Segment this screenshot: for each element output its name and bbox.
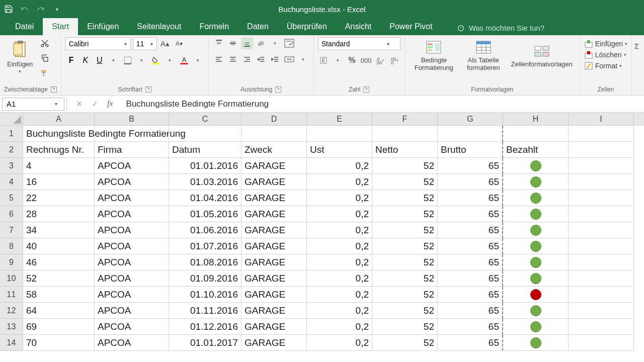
cell[interactable]: APCOA bbox=[95, 222, 169, 238]
cell[interactable]: 01.06.2016 bbox=[169, 222, 242, 238]
align-middle-icon[interactable] bbox=[227, 37, 239, 49]
number-dialog-launcher[interactable] bbox=[363, 86, 369, 93]
cell[interactable]: 0,2 bbox=[307, 254, 372, 270]
cell[interactable]: 65 bbox=[438, 238, 503, 254]
cell[interactable]: 58 bbox=[23, 287, 95, 303]
cell[interactable] bbox=[503, 158, 569, 174]
align-top-icon[interactable] bbox=[213, 37, 225, 49]
cell[interactable]: 0,2 bbox=[307, 206, 372, 222]
conditional-formatting-button[interactable]: Bedingte Formatierung bbox=[409, 37, 459, 73]
cell[interactable]: 0,2 bbox=[307, 222, 372, 238]
cell[interactable]: APCOA bbox=[95, 270, 169, 287]
bold-button[interactable]: F bbox=[65, 54, 77, 66]
accounting-icon[interactable]: € bbox=[318, 54, 330, 66]
cell[interactable]: 22 bbox=[23, 190, 95, 206]
font-name-combo[interactable]: ▾ bbox=[65, 37, 131, 50]
cut-icon[interactable] bbox=[39, 37, 51, 49]
cell[interactable]: GARAGE bbox=[242, 174, 307, 190]
cell[interactable]: 01.01.2017 bbox=[169, 335, 242, 351]
cell[interactable]: 0,2 bbox=[307, 303, 372, 319]
cell[interactable]: 40 bbox=[23, 238, 95, 254]
cell[interactable]: 65 bbox=[438, 303, 503, 319]
cell[interactable]: Rechnugs Nr. bbox=[23, 142, 95, 158]
merge-icon[interactable] bbox=[283, 53, 295, 65]
cell[interactable]: 01.12.2016 bbox=[169, 319, 242, 335]
cell[interactable]: 0,2 bbox=[307, 335, 372, 351]
comma-icon[interactable]: 000 bbox=[360, 54, 372, 66]
name-box-input[interactable] bbox=[3, 100, 51, 108]
italic-button[interactable]: K bbox=[79, 54, 92, 66]
row-header[interactable]: 6 bbox=[0, 206, 23, 222]
column-header-E[interactable]: E bbox=[307, 113, 372, 126]
cell[interactable] bbox=[503, 206, 569, 222]
row-header[interactable]: 8 bbox=[0, 238, 23, 254]
column-header-H[interactable]: H bbox=[503, 113, 569, 126]
row-header[interactable]: 3 bbox=[0, 158, 23, 174]
cell[interactable]: GARAGE bbox=[242, 222, 307, 238]
chevron-down-icon[interactable]: ▾ bbox=[147, 41, 156, 47]
orientation-icon[interactable]: ab bbox=[255, 37, 267, 49]
cell-styles-button[interactable]: Zellenformatvorlagen bbox=[508, 41, 576, 70]
accounting-dropdown[interactable]: ▾ bbox=[332, 54, 344, 66]
cell[interactable]: APCOA bbox=[95, 254, 169, 270]
font-size-combo[interactable]: ▾ bbox=[133, 37, 157, 50]
copy-icon[interactable] bbox=[39, 52, 51, 64]
cell[interactable] bbox=[569, 158, 634, 174]
align-bottom-icon[interactable] bbox=[241, 37, 253, 49]
cell[interactable]: 01.11.2016 bbox=[169, 303, 242, 319]
tab-daten[interactable]: Daten bbox=[238, 18, 278, 35]
row-header[interactable]: 14 bbox=[0, 335, 23, 351]
cell[interactable]: 01.08.2016 bbox=[169, 254, 242, 270]
cell[interactable]: Zweck bbox=[242, 142, 307, 158]
format-painter-icon[interactable] bbox=[39, 67, 51, 79]
increase-font-icon[interactable]: A▴ bbox=[159, 38, 171, 50]
tab-formeln[interactable]: Formeln bbox=[190, 18, 238, 35]
row-header[interactable]: 9 bbox=[0, 254, 23, 270]
paste-button[interactable]: Einfügen ▾ bbox=[4, 37, 36, 76]
underline-button[interactable]: U bbox=[94, 54, 106, 66]
cell[interactable]: 65 bbox=[438, 287, 503, 303]
increase-decimal-icon[interactable]: ,0,00 bbox=[374, 54, 386, 66]
cell[interactable]: 65 bbox=[438, 270, 503, 287]
qat-customize-icon[interactable]: ▾ bbox=[52, 5, 61, 14]
cell[interactable]: GARAGE bbox=[242, 335, 307, 351]
cell[interactable]: 46 bbox=[23, 254, 95, 270]
decrease-indent-icon[interactable] bbox=[255, 53, 267, 65]
cell[interactable]: 4 bbox=[23, 158, 95, 174]
cell[interactable]: GARAGE bbox=[242, 303, 307, 319]
cell[interactable] bbox=[503, 254, 569, 270]
tab-power pivot[interactable]: Power Pivot bbox=[380, 18, 441, 35]
cell[interactable]: GARAGE bbox=[242, 270, 307, 287]
cell[interactable]: 52 bbox=[372, 270, 438, 287]
cell[interactable] bbox=[569, 174, 634, 190]
column-header-C[interactable]: C bbox=[169, 113, 242, 126]
cell[interactable] bbox=[569, 190, 634, 206]
cell[interactable]: 65 bbox=[438, 190, 503, 206]
fill-color-icon[interactable] bbox=[150, 54, 162, 66]
cell[interactable] bbox=[438, 126, 503, 142]
enter-formula-icon[interactable]: ✓ bbox=[92, 99, 98, 109]
autosum-icon[interactable]: Σ bbox=[633, 40, 643, 52]
cell[interactable]: 01.03.2016 bbox=[169, 174, 242, 190]
cell[interactable] bbox=[569, 287, 634, 303]
cell[interactable]: 0,2 bbox=[307, 319, 372, 335]
cell[interactable] bbox=[569, 254, 634, 270]
cell[interactable]: 52 bbox=[23, 270, 95, 287]
cell[interactable] bbox=[569, 126, 634, 142]
cell[interactable]: 65 bbox=[438, 158, 503, 174]
alignment-dialog-launcher[interactable] bbox=[275, 86, 281, 93]
cell[interactable]: GARAGE bbox=[242, 190, 307, 206]
cell[interactable]: GARAGE bbox=[242, 206, 307, 222]
font-size-input[interactable] bbox=[133, 40, 147, 48]
cell[interactable]: 52 bbox=[372, 158, 438, 174]
cell[interactable]: Bezahlt bbox=[503, 142, 569, 158]
cell[interactable]: 52 bbox=[372, 335, 438, 351]
cell[interactable]: Datum bbox=[169, 142, 242, 158]
save-icon[interactable] bbox=[4, 5, 13, 14]
orientation-dropdown[interactable]: ▾ bbox=[269, 37, 281, 49]
cell[interactable] bbox=[503, 335, 569, 351]
chevron-down-icon[interactable]: ▾ bbox=[51, 101, 61, 107]
cell[interactable] bbox=[242, 126, 307, 142]
cell[interactable]: 69 bbox=[23, 319, 95, 335]
row-header[interactable]: 4 bbox=[0, 174, 23, 190]
